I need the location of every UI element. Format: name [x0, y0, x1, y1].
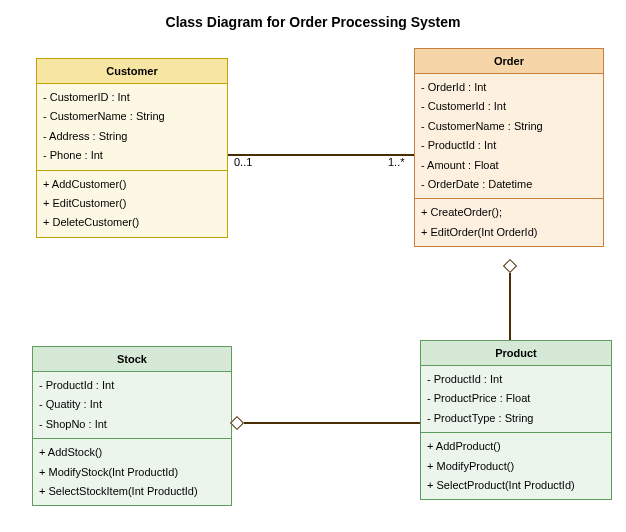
class-order-name: Order [415, 49, 603, 74]
class-product-methods: + AddProduct() + ModifyProduct() + Selec… [421, 433, 611, 499]
attribute: - CustomerID : Int [43, 88, 221, 107]
attribute: - ShopNo : Int [39, 415, 225, 434]
method: + AddStock() [39, 443, 225, 462]
assoc-order-product [509, 273, 511, 340]
class-customer: Customer - CustomerID : Int - CustomerNa… [36, 58, 228, 238]
method: + SelectProduct(Int ProductId) [427, 476, 605, 495]
class-stock-attributes: - ProductId : Int - Quatity : Int - Shop… [33, 372, 231, 439]
method: + SelectStockItem(Int ProductId) [39, 482, 225, 501]
method: + DeleteCustomer() [43, 213, 221, 232]
attribute: - ProductId : Int [427, 370, 605, 389]
attribute: - ProductType : String [427, 409, 605, 428]
class-customer-attributes: - CustomerID : Int - CustomerName : Stri… [37, 84, 227, 171]
attribute: - CustomerName : String [43, 107, 221, 126]
method: + CreateOrder(); [421, 203, 597, 222]
class-customer-name: Customer [37, 59, 227, 84]
multiplicity-order: 1..* [388, 156, 405, 168]
diagram-title: Class Diagram for Order Processing Syste… [0, 0, 626, 30]
attribute: - CustomerId : Int [421, 97, 597, 116]
method: + EditCustomer() [43, 194, 221, 213]
class-product-attributes: - ProductId : Int - ProductPrice : Float… [421, 366, 611, 433]
aggregation-diamond-order-product [503, 259, 517, 273]
class-product-name: Product [421, 341, 611, 366]
class-stock-methods: + AddStock() + ModifyStock(Int ProductId… [33, 439, 231, 505]
class-customer-methods: + AddCustomer() + EditCustomer() + Delet… [37, 171, 227, 237]
attribute: - Quatity : Int [39, 395, 225, 414]
attribute: - OrderId : Int [421, 78, 597, 97]
class-product: Product - ProductId : Int - ProductPrice… [420, 340, 612, 500]
assoc-customer-order [228, 154, 414, 156]
attribute: - ProductId : Int [39, 376, 225, 395]
attribute: - CustomerName : String [421, 117, 597, 136]
method: + EditOrder(Int OrderId) [421, 223, 597, 242]
attribute: - ProductId : Int [421, 136, 597, 155]
method: + ModifyProduct() [427, 457, 605, 476]
attribute: - Address : String [43, 127, 221, 146]
class-order: Order - OrderId : Int - CustomerId : Int… [414, 48, 604, 247]
attribute: - ProductPrice : Float [427, 389, 605, 408]
class-order-attributes: - OrderId : Int - CustomerId : Int - Cus… [415, 74, 603, 199]
attribute: - Phone : Int [43, 146, 221, 165]
method: + ModifyStock(Int ProductId) [39, 463, 225, 482]
multiplicity-customer: 0..1 [234, 156, 252, 168]
attribute: - OrderDate : Datetime [421, 175, 597, 194]
class-stock: Stock - ProductId : Int - Quatity : Int … [32, 346, 232, 506]
method: + AddCustomer() [43, 175, 221, 194]
aggregation-diamond-stock-product [230, 416, 244, 430]
method: + AddProduct() [427, 437, 605, 456]
class-order-methods: + CreateOrder(); + EditOrder(Int OrderId… [415, 199, 603, 246]
attribute: - Amount : Float [421, 156, 597, 175]
assoc-stock-product [244, 422, 420, 424]
class-stock-name: Stock [33, 347, 231, 372]
